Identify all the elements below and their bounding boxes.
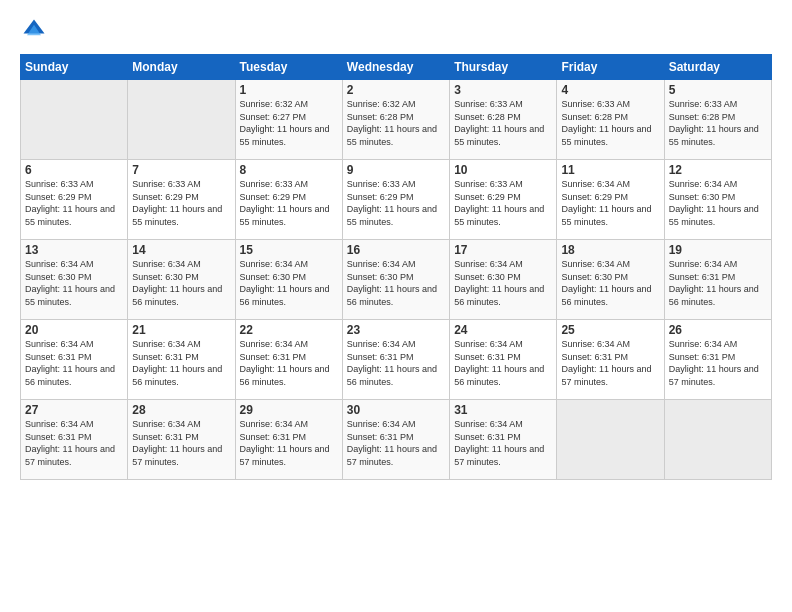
week-row-2: 6Sunrise: 6:33 AM Sunset: 6:29 PM Daylig… xyxy=(21,160,772,240)
day-info: Sunrise: 6:34 AM Sunset: 6:30 PM Dayligh… xyxy=(347,258,445,308)
weekday-header-sunday: Sunday xyxy=(21,55,128,80)
day-info: Sunrise: 6:33 AM Sunset: 6:28 PM Dayligh… xyxy=(454,98,552,148)
day-number: 12 xyxy=(669,163,767,177)
day-info: Sunrise: 6:34 AM Sunset: 6:30 PM Dayligh… xyxy=(454,258,552,308)
day-info: Sunrise: 6:33 AM Sunset: 6:29 PM Dayligh… xyxy=(25,178,123,228)
calendar-table: SundayMondayTuesdayWednesdayThursdayFrid… xyxy=(20,54,772,480)
calendar-cell: 26Sunrise: 6:34 AM Sunset: 6:31 PM Dayli… xyxy=(664,320,771,400)
day-info: Sunrise: 6:34 AM Sunset: 6:30 PM Dayligh… xyxy=(669,178,767,228)
weekday-header-saturday: Saturday xyxy=(664,55,771,80)
calendar-cell: 25Sunrise: 6:34 AM Sunset: 6:31 PM Dayli… xyxy=(557,320,664,400)
day-info: Sunrise: 6:34 AM Sunset: 6:31 PM Dayligh… xyxy=(240,338,338,388)
day-number: 2 xyxy=(347,83,445,97)
day-info: Sunrise: 6:32 AM Sunset: 6:28 PM Dayligh… xyxy=(347,98,445,148)
calendar-cell: 4Sunrise: 6:33 AM Sunset: 6:28 PM Daylig… xyxy=(557,80,664,160)
calendar-cell: 10Sunrise: 6:33 AM Sunset: 6:29 PM Dayli… xyxy=(450,160,557,240)
day-number: 18 xyxy=(561,243,659,257)
calendar-cell: 19Sunrise: 6:34 AM Sunset: 6:31 PM Dayli… xyxy=(664,240,771,320)
calendar-cell: 23Sunrise: 6:34 AM Sunset: 6:31 PM Dayli… xyxy=(342,320,449,400)
day-info: Sunrise: 6:33 AM Sunset: 6:29 PM Dayligh… xyxy=(347,178,445,228)
week-row-1: 1Sunrise: 6:32 AM Sunset: 6:27 PM Daylig… xyxy=(21,80,772,160)
day-number: 5 xyxy=(669,83,767,97)
day-info: Sunrise: 6:32 AM Sunset: 6:27 PM Dayligh… xyxy=(240,98,338,148)
day-info: Sunrise: 6:34 AM Sunset: 6:30 PM Dayligh… xyxy=(132,258,230,308)
calendar-cell xyxy=(557,400,664,480)
day-info: Sunrise: 6:34 AM Sunset: 6:29 PM Dayligh… xyxy=(561,178,659,228)
day-info: Sunrise: 6:33 AM Sunset: 6:29 PM Dayligh… xyxy=(454,178,552,228)
calendar-cell: 5Sunrise: 6:33 AM Sunset: 6:28 PM Daylig… xyxy=(664,80,771,160)
logo xyxy=(20,16,52,44)
week-row-4: 20Sunrise: 6:34 AM Sunset: 6:31 PM Dayli… xyxy=(21,320,772,400)
day-info: Sunrise: 6:34 AM Sunset: 6:31 PM Dayligh… xyxy=(669,338,767,388)
day-number: 9 xyxy=(347,163,445,177)
logo-icon xyxy=(20,16,48,44)
calendar-cell: 16Sunrise: 6:34 AM Sunset: 6:30 PM Dayli… xyxy=(342,240,449,320)
calendar-cell: 30Sunrise: 6:34 AM Sunset: 6:31 PM Dayli… xyxy=(342,400,449,480)
day-info: Sunrise: 6:34 AM Sunset: 6:31 PM Dayligh… xyxy=(454,418,552,468)
calendar-cell: 21Sunrise: 6:34 AM Sunset: 6:31 PM Dayli… xyxy=(128,320,235,400)
day-info: Sunrise: 6:34 AM Sunset: 6:31 PM Dayligh… xyxy=(25,338,123,388)
week-row-5: 27Sunrise: 6:34 AM Sunset: 6:31 PM Dayli… xyxy=(21,400,772,480)
day-number: 6 xyxy=(25,163,123,177)
day-info: Sunrise: 6:33 AM Sunset: 6:29 PM Dayligh… xyxy=(240,178,338,228)
day-info: Sunrise: 6:34 AM Sunset: 6:31 PM Dayligh… xyxy=(132,338,230,388)
day-info: Sunrise: 6:33 AM Sunset: 6:29 PM Dayligh… xyxy=(132,178,230,228)
calendar-cell: 6Sunrise: 6:33 AM Sunset: 6:29 PM Daylig… xyxy=(21,160,128,240)
calendar-cell: 17Sunrise: 6:34 AM Sunset: 6:30 PM Dayli… xyxy=(450,240,557,320)
calendar-cell: 18Sunrise: 6:34 AM Sunset: 6:30 PM Dayli… xyxy=(557,240,664,320)
day-number: 20 xyxy=(25,323,123,337)
weekday-header-friday: Friday xyxy=(557,55,664,80)
calendar-cell: 24Sunrise: 6:34 AM Sunset: 6:31 PM Dayli… xyxy=(450,320,557,400)
calendar-cell: 9Sunrise: 6:33 AM Sunset: 6:29 PM Daylig… xyxy=(342,160,449,240)
calendar-cell: 20Sunrise: 6:34 AM Sunset: 6:31 PM Dayli… xyxy=(21,320,128,400)
day-number: 3 xyxy=(454,83,552,97)
day-number: 22 xyxy=(240,323,338,337)
day-info: Sunrise: 6:33 AM Sunset: 6:28 PM Dayligh… xyxy=(669,98,767,148)
day-info: Sunrise: 6:34 AM Sunset: 6:30 PM Dayligh… xyxy=(240,258,338,308)
weekday-header-monday: Monday xyxy=(128,55,235,80)
calendar-cell: 13Sunrise: 6:34 AM Sunset: 6:30 PM Dayli… xyxy=(21,240,128,320)
calendar-cell: 29Sunrise: 6:34 AM Sunset: 6:31 PM Dayli… xyxy=(235,400,342,480)
calendar-cell: 14Sunrise: 6:34 AM Sunset: 6:30 PM Dayli… xyxy=(128,240,235,320)
day-info: Sunrise: 6:34 AM Sunset: 6:30 PM Dayligh… xyxy=(25,258,123,308)
weekday-header-thursday: Thursday xyxy=(450,55,557,80)
calendar-cell xyxy=(128,80,235,160)
weekday-header-tuesday: Tuesday xyxy=(235,55,342,80)
day-info: Sunrise: 6:34 AM Sunset: 6:31 PM Dayligh… xyxy=(240,418,338,468)
day-info: Sunrise: 6:34 AM Sunset: 6:31 PM Dayligh… xyxy=(347,338,445,388)
day-number: 21 xyxy=(132,323,230,337)
calendar-cell xyxy=(664,400,771,480)
calendar-cell: 2Sunrise: 6:32 AM Sunset: 6:28 PM Daylig… xyxy=(342,80,449,160)
day-info: Sunrise: 6:34 AM Sunset: 6:31 PM Dayligh… xyxy=(454,338,552,388)
calendar-cell: 3Sunrise: 6:33 AM Sunset: 6:28 PM Daylig… xyxy=(450,80,557,160)
day-info: Sunrise: 6:34 AM Sunset: 6:31 PM Dayligh… xyxy=(561,338,659,388)
day-number: 23 xyxy=(347,323,445,337)
day-number: 24 xyxy=(454,323,552,337)
day-number: 30 xyxy=(347,403,445,417)
calendar-cell: 1Sunrise: 6:32 AM Sunset: 6:27 PM Daylig… xyxy=(235,80,342,160)
calendar-cell: 15Sunrise: 6:34 AM Sunset: 6:30 PM Dayli… xyxy=(235,240,342,320)
day-number: 19 xyxy=(669,243,767,257)
calendar-cell: 28Sunrise: 6:34 AM Sunset: 6:31 PM Dayli… xyxy=(128,400,235,480)
calendar-cell: 27Sunrise: 6:34 AM Sunset: 6:31 PM Dayli… xyxy=(21,400,128,480)
day-number: 8 xyxy=(240,163,338,177)
calendar-cell xyxy=(21,80,128,160)
day-info: Sunrise: 6:34 AM Sunset: 6:31 PM Dayligh… xyxy=(669,258,767,308)
calendar-cell: 7Sunrise: 6:33 AM Sunset: 6:29 PM Daylig… xyxy=(128,160,235,240)
day-number: 16 xyxy=(347,243,445,257)
day-number: 11 xyxy=(561,163,659,177)
day-number: 1 xyxy=(240,83,338,97)
day-info: Sunrise: 6:34 AM Sunset: 6:30 PM Dayligh… xyxy=(561,258,659,308)
calendar-cell: 11Sunrise: 6:34 AM Sunset: 6:29 PM Dayli… xyxy=(557,160,664,240)
day-number: 25 xyxy=(561,323,659,337)
day-number: 13 xyxy=(25,243,123,257)
day-info: Sunrise: 6:34 AM Sunset: 6:31 PM Dayligh… xyxy=(132,418,230,468)
calendar-cell: 22Sunrise: 6:34 AM Sunset: 6:31 PM Dayli… xyxy=(235,320,342,400)
day-info: Sunrise: 6:33 AM Sunset: 6:28 PM Dayligh… xyxy=(561,98,659,148)
day-number: 7 xyxy=(132,163,230,177)
day-number: 10 xyxy=(454,163,552,177)
calendar-cell: 12Sunrise: 6:34 AM Sunset: 6:30 PM Dayli… xyxy=(664,160,771,240)
day-number: 26 xyxy=(669,323,767,337)
calendar-cell: 31Sunrise: 6:34 AM Sunset: 6:31 PM Dayli… xyxy=(450,400,557,480)
day-info: Sunrise: 6:34 AM Sunset: 6:31 PM Dayligh… xyxy=(25,418,123,468)
